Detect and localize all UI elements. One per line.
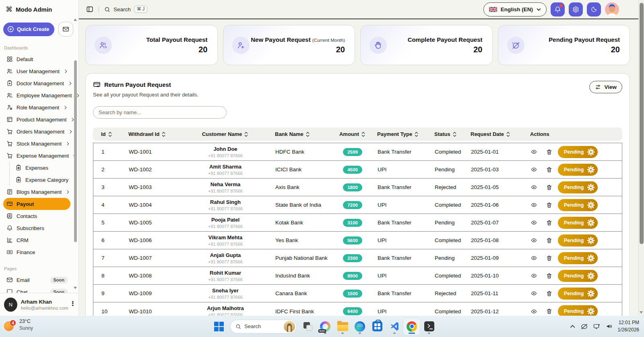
sidebar-scrollbar-thumb[interactable]: [74, 60, 77, 242]
pending-action-button[interactable]: Pending: [558, 252, 598, 264]
sidebar-item-email[interactable]: Email Soon: [3, 274, 70, 286]
notifications-button[interactable]: [551, 2, 565, 16]
task-view-button[interactable]: [300, 319, 316, 335]
view-row-button[interactable]: [530, 166, 537, 173]
sidebar-subitem-expenses[interactable]: Expenses: [12, 162, 70, 174]
dark-mode-button[interactable]: [587, 2, 601, 16]
delete-row-button[interactable]: [546, 166, 552, 173]
pending-action-button[interactable]: Pending: [558, 181, 598, 193]
scroll-up-arrow[interactable]: [74, 18, 77, 21]
delete-row-button[interactable]: [546, 149, 552, 155]
delete-row-button[interactable]: [546, 273, 552, 279]
network-icon[interactable]: [593, 323, 601, 330]
view-row-button[interactable]: [530, 202, 537, 208]
column-header-bank-name[interactable]: Bank Name: [265, 131, 334, 137]
sidebar-toggle-icon[interactable]: [86, 6, 93, 13]
sidebar-item-expense-management[interactable]: Expense Management: [3, 150, 70, 162]
profile-menu-button[interactable]: •••: [72, 301, 74, 308]
scroll-down-arrow[interactable]: [74, 287, 77, 289]
pending-action-button[interactable]: Pending: [558, 288, 598, 300]
ms-store-button[interactable]: [369, 319, 385, 335]
column-header-request-date[interactable]: Request Date: [466, 131, 525, 137]
language-selector[interactable]: English (EN): [483, 2, 547, 16]
view-row-button[interactable]: [530, 290, 537, 296]
sidebar-item-stock-management[interactable]: Stock Management: [3, 138, 70, 150]
view-row-button[interactable]: [530, 237, 537, 243]
sidebar-item-payout[interactable]: Payout: [3, 198, 70, 210]
pending-action-button[interactable]: Pending: [558, 164, 598, 176]
taskbar-weather[interactable]: 4 23°C Sunny: [4, 319, 33, 332]
sidebar-item-crm[interactable]: CRM: [3, 234, 70, 246]
sort-icon[interactable]: [453, 132, 456, 137]
sidebar-profile[interactable]: N Arham Khan hello@arhamkhnz.com •••: [0, 293, 78, 316]
sidebar-item-contacts[interactable]: Contacts: [3, 210, 70, 222]
column-header-withdrawl-id[interactable]: Withdrawl Id: [120, 131, 185, 137]
column-header-amount[interactable]: Amount: [334, 131, 371, 137]
sort-icon[interactable]: [244, 132, 248, 137]
edge-button[interactable]: [352, 319, 368, 335]
delete-row-button[interactable]: [546, 308, 552, 314]
terminal-button[interactable]: [421, 319, 437, 335]
start-button[interactable]: [211, 319, 227, 335]
copilot-button[interactable]: M365: [317, 319, 333, 335]
view-row-button[interactable]: [530, 273, 537, 279]
pending-action-button[interactable]: Pending: [558, 270, 598, 282]
column-header-payment-type[interactable]: Payment Type: [371, 131, 428, 137]
global-search[interactable]: Search ⌘ J: [104, 6, 147, 13]
mail-compose-button[interactable]: [58, 22, 73, 37]
volume-icon[interactable]: [606, 323, 613, 329]
delete-row-button[interactable]: [546, 255, 552, 261]
quick-create-button[interactable]: Quick Create: [3, 23, 54, 36]
view-row-button[interactable]: [530, 220, 537, 226]
taskbar-search[interactable]: Search: [230, 320, 297, 333]
view-row-button[interactable]: [530, 149, 537, 155]
sidebar-item-finance[interactable]: Finance: [3, 246, 70, 258]
main-scrollbar[interactable]: [638, 0, 644, 316]
chrome-button[interactable]: [404, 319, 420, 335]
sidebar-item-doctor-management[interactable]: Doctor Management: [3, 77, 70, 89]
main-scrollbar-thumb[interactable]: [640, 3, 644, 244]
onedrive-paused-icon[interactable]: [580, 323, 588, 330]
pending-action-button[interactable]: Pending: [558, 146, 598, 158]
sidebar-item-employee-management[interactable]: Employee Management: [3, 89, 70, 101]
sort-icon[interactable]: [108, 132, 112, 137]
pending-action-button[interactable]: Pending: [558, 234, 598, 247]
pending-action-button[interactable]: Pending: [558, 199, 598, 211]
sidebar-subitem-expense-category[interactable]: Expense Category: [12, 174, 70, 186]
sort-icon[interactable]: [415, 132, 418, 137]
delete-row-button[interactable]: [546, 220, 552, 226]
sidebar-item-product-management[interactable]: Product Management: [3, 113, 70, 125]
delete-row-button[interactable]: [546, 202, 552, 208]
sidebar-item-subscribers[interactable]: Subscribers: [3, 222, 70, 234]
vscode-button[interactable]: [386, 319, 402, 335]
tray-chevron-icon[interactable]: [570, 325, 575, 328]
sidebar-item-role-management[interactable]: Role Management: [3, 101, 70, 113]
column-header-customer-name[interactable]: Customer Name: [185, 131, 265, 137]
user-avatar[interactable]: [605, 2, 619, 16]
sort-icon[interactable]: [361, 132, 365, 137]
sort-icon[interactable]: [306, 132, 310, 137]
column-header-id[interactable]: Id: [93, 131, 120, 137]
tray-clock[interactable]: 12:01 PM 1/26/2026: [618, 319, 639, 333]
view-row-button[interactable]: [530, 255, 537, 261]
delete-row-button[interactable]: [546, 184, 552, 191]
delete-row-button[interactable]: [546, 290, 552, 297]
view-row-button[interactable]: [530, 308, 537, 314]
sidebar-item-default[interactable]: Default: [3, 53, 70, 65]
pending-action-button[interactable]: Pending: [558, 305, 598, 316]
file-explorer-button[interactable]: [334, 319, 351, 335]
sort-icon[interactable]: [162, 132, 165, 137]
delete-row-button[interactable]: [546, 237, 552, 244]
sidebar-item-orders-management[interactable]: Orders Management: [3, 125, 70, 138]
sidebar-item-user-management[interactable]: User Management: [3, 65, 70, 77]
column-header-status[interactable]: Status: [428, 131, 466, 137]
pending-action-button[interactable]: Pending: [558, 217, 598, 229]
settings-button[interactable]: [569, 2, 583, 16]
table-search-input[interactable]: [93, 106, 227, 119]
sidebar-scrollbar[interactable]: [74, 18, 77, 289]
sidebar-item-blogs-management[interactable]: Blogs Management: [3, 186, 70, 198]
sort-icon[interactable]: [506, 132, 510, 137]
view-row-button[interactable]: [530, 184, 537, 190]
main-scroll-down-arrow[interactable]: [640, 311, 643, 314]
view-button[interactable]: View: [589, 81, 622, 93]
